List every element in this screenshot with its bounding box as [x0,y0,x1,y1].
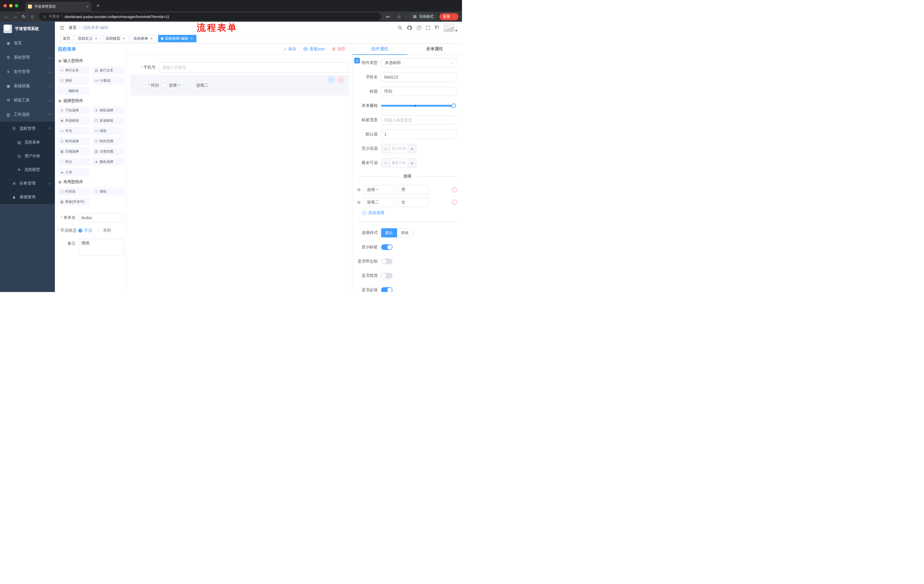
tab-component-props[interactable]: 组件属性 [353,43,408,54]
slider-handle[interactable] [451,104,456,108]
palette-item-date-picker[interactable]: ▦日期选择 [58,147,89,155]
remove-option-button[interactable]: − [452,200,457,205]
breadcrumb-home[interactable]: 首页 [69,25,77,30]
sidebar-item-process-form[interactable]: ▤ 流程表单 [0,135,55,149]
palette-item-time-range[interactable]: ◴时间范围 [92,137,124,145]
disabled-switch[interactable] [381,273,393,278]
sidebar-item-infrastructure[interactable]: ▣ 基础设施 [0,79,55,93]
palette-item-multi-line-text[interactable]: ▤多行文本 [92,66,124,74]
form-name-input[interactable] [78,213,124,222]
bookmark-star-icon[interactable]: ☆ [395,12,403,21]
selected-component-gender[interactable]: 性别 选项一 选项二 [130,75,349,95]
option-label-input[interactable] [364,185,396,194]
palette-item-counter[interactable]: 123计数器 [92,77,124,85]
option-value-input[interactable] [398,185,429,194]
palette-item-single-line-text[interactable]: ▭单行文本 [58,66,89,74]
forward-button[interactable]: → [11,12,20,21]
palette-item-table[interactable]: ▦表格[开发中] [58,198,89,206]
add-option-button[interactable]: + 添加选项 [362,210,462,216]
tab-form-props[interactable]: 表单属性 [408,43,462,54]
tag-process-form-edit[interactable]: 流程表单-编辑 × [158,35,196,42]
tag-process-definition[interactable]: 流程定义 × [75,35,101,42]
gender-option-2-checkbox[interactable]: 选项二 [190,83,208,88]
border-switch[interactable] [381,258,393,264]
phone-field-row[interactable]: 手机号 [130,62,349,72]
sidebar-logo[interactable]: 芋道管理系统 [0,22,55,36]
field-name-input[interactable] [381,72,456,82]
default-value-input[interactable] [381,130,456,139]
minimize-window-button[interactable] [9,4,13,7]
remove-option-button[interactable]: − [452,187,457,192]
update-button[interactable]: 更新 ⋮ [439,13,459,20]
show-label-switch[interactable] [381,244,393,250]
copy-component-button[interactable] [328,77,335,83]
link-icon[interactable] [354,58,360,63]
palette-item-editor[interactable]: 编辑器 [58,87,89,95]
address-bar[interactable]: ⚠ 不安全 dashboard.yudao.iocoder.cn/bpm/man… [39,13,381,21]
close-icon[interactable]: × [150,36,153,41]
palette-item-button[interactable]: □按钮 [92,188,124,196]
view-json-button[interactable]: 查看json [303,46,325,52]
sidebar-item-payment-management[interactable]: ¥ 支付管理 [0,64,55,79]
sidebar-item-process-management[interactable]: ☰ 流程管理 [0,122,55,135]
close-tab-icon[interactable]: × [86,4,89,9]
gender-option-1-checkbox[interactable]: 选项一 [162,83,181,88]
close-icon[interactable]: × [122,36,126,41]
palette-item-dropdown[interactable]: ⊙下拉选择 [58,106,89,114]
maximize-window-button[interactable] [15,4,18,7]
key-icon[interactable] [383,12,392,21]
option-label-input[interactable] [364,198,396,207]
form-grid-slider[interactable] [381,105,454,107]
search-icon[interactable] [398,25,403,30]
fullscreen-icon[interactable] [426,25,430,30]
palette-item-cascader[interactable]: ⋔级联选择 [92,106,124,114]
decrease-button[interactable]: − [381,144,390,153]
font-size-icon[interactable]: TT [434,25,439,30]
palette-item-password[interactable]: ⊡密码 [58,77,89,85]
style-button-button[interactable]: 按钮 [397,228,413,237]
close-icon[interactable]: × [190,36,193,41]
close-icon[interactable]: × [94,36,98,41]
avatar[interactable] [444,23,454,32]
palette-item-upload[interactable]: ☁上传 [58,168,89,176]
decrease-button[interactable]: − [381,159,390,167]
style-default-button[interactable]: 默认 [381,228,397,237]
option-value-input[interactable] [398,198,429,207]
sidebar-item-system-management[interactable]: ⚙ 系统管理 [0,50,55,64]
remark-textarea[interactable]: 嘿嘿 [78,239,124,255]
new-tab-button[interactable]: + [94,2,102,10]
palette-item-time-picker[interactable]: ◷时间选择 [58,137,89,145]
min-select-stepper[interactable]: − 至少应选 + [381,144,417,153]
close-window-button[interactable] [3,4,7,7]
collapse-sidebar-icon[interactable] [59,25,64,30]
home-button[interactable]: ⌂ [28,12,36,21]
clear-button[interactable]: 清空 [332,46,345,52]
delete-component-button[interactable] [337,77,344,83]
help-icon[interactable]: ? [417,25,421,30]
tag-process-form[interactable]: 流程表单 × [130,35,157,42]
component-type-select[interactable]: 多选框组 [381,58,456,67]
label-width-input[interactable] [381,115,456,125]
sidebar-item-user-group[interactable]: ◎ 用户分组 [0,149,55,163]
sidebar-item-task-management[interactable]: ⋔ 任务管理 [0,176,55,190]
save-button[interactable]: ✓保存 [284,46,297,52]
phone-input[interactable] [159,62,349,72]
github-icon[interactable] [407,25,412,31]
user-menu[interactable] [444,23,457,32]
palette-item-slider[interactable]: ⊶滑块 [92,127,124,135]
palette-item-rate[interactable]: ☆评分 [58,158,89,166]
palette-item-color-picker[interactable]: ◈颜色选择 [92,158,124,166]
tag-home[interactable]: 首页 [60,35,73,42]
palette-item-date-range[interactable]: ▧日期范围 [92,147,124,155]
drag-handle-icon[interactable] [356,200,361,204]
tag-process-model[interactable]: 流程模型 × [102,35,129,42]
title-input[interactable] [381,87,456,96]
status-on-radio[interactable]: 开启 [78,228,92,233]
palette-item-switch[interactable]: ⊸开关 [58,127,89,135]
max-select-stepper[interactable]: − 最多可选 + [381,158,417,168]
sidebar-item-home[interactable]: ◉ 首页 [0,36,55,50]
sidebar-item-dev-tools[interactable]: ⚒ 研发工具 [0,93,55,107]
drag-handle-icon[interactable] [356,188,361,192]
palette-item-checkbox-group[interactable]: ☑多选框组 [92,117,124,125]
increase-button[interactable]: + [408,144,416,153]
